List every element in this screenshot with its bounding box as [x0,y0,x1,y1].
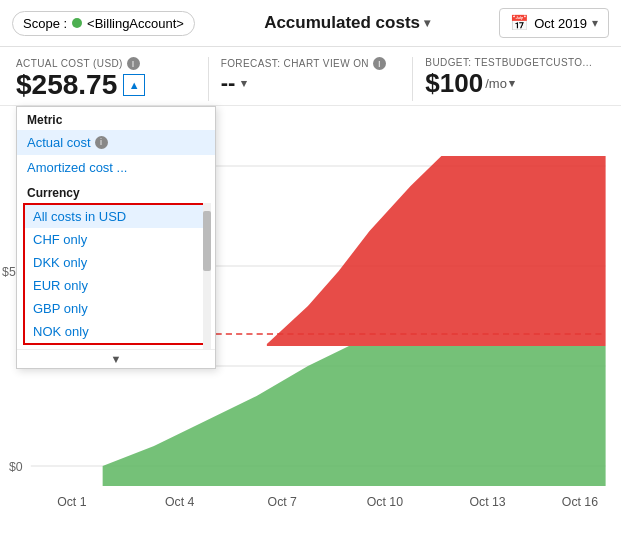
currency-nok-item[interactable]: NOK only [25,320,207,343]
svg-text:Oct 16: Oct 16 [562,495,598,509]
chart-type-button[interactable]: Accumulated costs ▾ [264,13,430,33]
svg-marker-8 [267,156,606,346]
scrollbar-track [203,203,211,349]
currency-gbp-item[interactable]: GBP only [25,297,207,320]
currency-options-group: All costs in USD CHF only DKK only EUR o… [23,203,209,345]
scope-status-dot [72,18,82,28]
svg-text:Oct 7: Oct 7 [268,495,298,509]
actual-cost-expand-button[interactable]: ▲ [123,74,145,96]
actual-cost-block: ACTUAL COST (USD) i $258.75 ▲ [16,57,196,101]
chart-title-area: Accumulated costs ▾ [205,13,489,33]
actual-cost-value: $258.75 ▲ [16,70,186,101]
scope-selector[interactable]: Scope : <BillingAccount> [12,11,195,36]
budget-block: BUDGET: TESTBUDGETCUSTO... $100 /mo ▾ [425,57,605,99]
date-picker-button[interactable]: 📅 Oct 2019 ▾ [499,8,609,38]
forecast-value: -- ▾ [221,70,391,96]
scope-account: <BillingAccount> [87,16,184,31]
currency-dkk-item[interactable]: DKK only [25,251,207,274]
budget-chevron[interactable]: ▾ [509,77,515,90]
calendar-icon: 📅 [510,14,529,32]
svg-text:Oct 4: Oct 4 [165,495,195,509]
date-label: Oct 2019 [534,16,587,31]
metric-actual-cost-item[interactable]: Actual cost i [17,130,215,155]
currency-scroll-container: All costs in USD CHF only DKK only EUR o… [17,203,215,349]
scope-label: Scope : [23,16,67,31]
currency-eur-item[interactable]: EUR only [25,274,207,297]
stats-row: ACTUAL COST (USD) i $258.75 ▲ FORECAST: … [0,47,621,106]
dropdown-scroll-down-button[interactable]: ▼ [17,349,215,368]
stat-divider-1 [208,57,209,101]
scrollbar-thumb[interactable] [203,211,211,271]
svg-text:Oct 13: Oct 13 [469,495,505,509]
forecast-label: FORECAST: CHART VIEW ON i [221,57,391,70]
budget-value: $100 /mo ▾ [425,68,595,99]
chart-type-chevron: ▾ [424,16,430,30]
actual-cost-info-icon[interactable]: i [127,57,140,70]
metric-section-title: Metric [17,107,215,130]
top-bar: Scope : <BillingAccount> Accumulated cos… [0,0,621,47]
chart-area: Metric Actual cost i Amortized cost ... … [0,106,621,541]
svg-text:$0: $0 [9,460,23,474]
forecast-info-icon[interactable]: i [373,57,386,70]
currency-usd-item[interactable]: All costs in USD [25,205,207,228]
budget-label: BUDGET: TESTBUDGETCUSTO... [425,57,595,68]
metric-dropdown-panel: Metric Actual cost i Amortized cost ... … [16,106,216,369]
metric-actual-cost-info[interactable]: i [95,136,108,149]
forecast-block: FORECAST: CHART VIEW ON i -- ▾ [221,57,401,96]
forecast-chevron[interactable]: ▾ [241,77,247,90]
svg-text:Oct 10: Oct 10 [367,495,403,509]
currency-section-title: Currency [17,180,215,203]
svg-text:Oct 1: Oct 1 [57,495,87,509]
stat-divider-2 [412,57,413,101]
currency-chf-item[interactable]: CHF only [25,228,207,251]
budget-period: /mo [485,76,507,91]
date-chevron: ▾ [592,16,598,30]
chart-type-label: Accumulated costs [264,13,420,33]
metric-amortized-cost-item[interactable]: Amortized cost ... [17,155,215,180]
